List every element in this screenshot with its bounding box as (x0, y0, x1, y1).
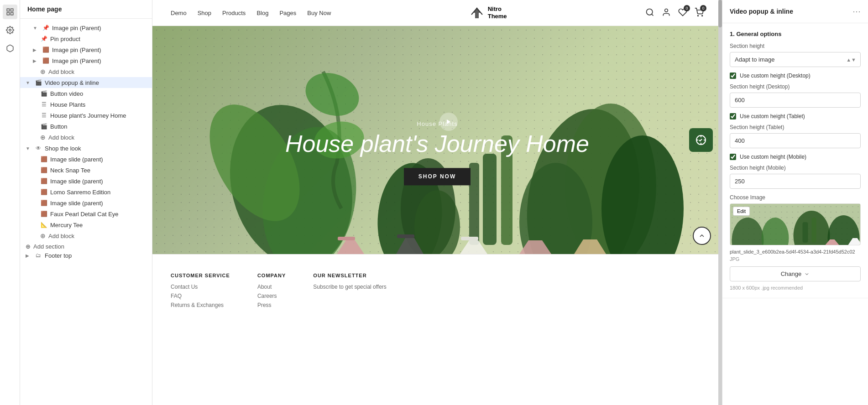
house-plants-journey-icon: ☰ (40, 112, 47, 119)
add-section-btn[interactable]: ⊕ Add section (20, 243, 152, 250)
crosshair-icon (695, 135, 706, 145)
collapse-footer-icon[interactable]: ▶ (26, 253, 32, 258)
website-preview: Demo Shop Products Blog Pages Buy Now Ni… (152, 0, 722, 405)
custom-height-desktop-checkbox[interactable] (730, 73, 736, 79)
custom-height-desktop-label[interactable]: Use custom height (Desktop) (740, 73, 810, 79)
nav-link-pages[interactable]: Pages (279, 10, 296, 16)
neck-snap-icon: 🟫 (40, 166, 47, 174)
collapse-video-icon[interactable]: ▼ (26, 80, 32, 85)
section-height-desktop-input[interactable]: 600 (730, 93, 861, 108)
image-change-btn[interactable]: Change (730, 266, 861, 281)
sidebar-item-image-slide-2[interactable]: 🟫 Image slide (parent) (20, 176, 152, 187)
sidebar-item-mercury-tee[interactable]: 📐 Mercury Tee (20, 219, 152, 230)
panel-title: Video popup & inline (730, 8, 793, 15)
sidebar-item-footer-top[interactable]: ▶ 🗂 Footer top (20, 250, 152, 261)
footer-section: CUSTOMER SERVICE Contact Us FAQ Returns … (152, 254, 722, 329)
sidebar-item-image-slide-3[interactable]: 🟫 Image slide (parent) (20, 197, 152, 208)
add-block-btn-1[interactable]: ⊕ Add block (20, 66, 152, 77)
sidebar-item-image-slide-1[interactable]: 🟫 Image slide (parent) (20, 154, 152, 165)
footer-col1-p1: Contact Us (171, 284, 230, 290)
add-block-btn-3[interactable]: ⊕ Add block (20, 230, 152, 241)
scroll-up-btn[interactable] (693, 227, 711, 245)
section-height-desktop-label: Section height (Desktop) (730, 83, 861, 90)
sidebar-item-image-pin-2[interactable]: ▶ 🟫 Image pin (Parent) (20, 44, 152, 55)
footer-top-icon: 🗂 (35, 252, 42, 259)
sidebar-item-house-plants[interactable]: ☰ House Plants (20, 99, 152, 110)
button-icon: 🎬 (40, 123, 47, 130)
sidebar-title: Home page (20, 0, 152, 19)
sidebar-item-faux-pearl[interactable]: 🟫 Faux Pearl Detail Cat Eye (20, 208, 152, 219)
collapse-icon[interactable]: ▼ (33, 26, 39, 31)
custom-height-mobile-row: Use custom height (Mobile) (730, 154, 861, 160)
image-hint: 1800 x 600px .jpg recommended (730, 285, 861, 291)
nav-link-buynow[interactable]: Buy Now (307, 10, 331, 16)
hero-background: House Plants House plant's Journey Home … (152, 26, 722, 254)
footer-col2-title: COMPANY (257, 273, 286, 278)
sidebar-item-pin-product[interactable]: 📌 Pin product (20, 33, 152, 44)
panel-image-preview: Edit (730, 203, 861, 245)
nav-link-shop[interactable]: Shop (198, 10, 211, 16)
tool-overlay-btn[interactable] (689, 128, 713, 152)
sidebar-item-button-video[interactable]: 🎬 Button video (20, 88, 152, 99)
nav-link-blog[interactable]: Blog (256, 10, 268, 16)
collapse-icon-3[interactable]: ▶ (33, 58, 39, 63)
wishlist-btn[interactable]: 0 (678, 8, 687, 18)
collapse-shop-icon[interactable]: ▼ (26, 146, 32, 151)
svg-rect-26 (461, 237, 478, 240)
svg-rect-25 (397, 234, 414, 238)
cart-btn[interactable]: 0 (695, 8, 704, 18)
plus-icon-1: ⊕ (40, 68, 46, 75)
play-btn[interactable] (439, 113, 458, 131)
custom-height-desktop-row: Use custom height (Desktop) (730, 73, 861, 79)
image-edit-btn[interactable]: Edit (733, 207, 750, 216)
sidebar-item-video-popup[interactable]: ▼ 🎬 Video popup & inline (20, 77, 152, 88)
sidebar-item-lomo[interactable]: 🟫 Lomo Sanremo Edition (20, 187, 152, 197)
account-btn[interactable] (662, 8, 671, 18)
layers-icon-btn[interactable] (3, 5, 17, 19)
faux-pearl-icon: 🟫 (40, 210, 47, 218)
image-filename: plant_slide_3_e600b2ea-5d4f-4534-a3d4-21… (730, 249, 861, 254)
panel-general-options: 1. General options Section height Adapt … (722, 23, 868, 298)
section-height-select[interactable]: Adapt to image Full screen Custom (730, 52, 861, 67)
image-slide-2-icon: 🟫 (40, 177, 47, 185)
panel-more-btn[interactable]: ⋯ (852, 6, 861, 16)
custom-height-tablet-label[interactable]: Use custom height (Tablet) (740, 113, 805, 119)
image-filetype: JPG (730, 256, 861, 262)
footer-newsletter-text: Subscribe to get special offers (313, 284, 387, 290)
icon-bar (0, 0, 20, 405)
preview-scroll-thumb (718, 0, 722, 27)
svg-point-6 (665, 9, 668, 12)
footer-col3-title: OUR NEWSLETTER (313, 273, 387, 278)
svg-rect-3 (10, 13, 13, 15)
sidebar-item-image-pin-3[interactable]: ▶ 🟫 Image pin (Parent) (20, 55, 152, 66)
nav-icons: 0 0 (645, 8, 704, 18)
preview-scrollbar[interactable] (718, 0, 722, 405)
custom-height-mobile-checkbox[interactable] (730, 154, 736, 160)
settings-icon-btn[interactable] (3, 23, 17, 37)
footer-col-newsletter: OUR NEWSLETTER Subscribe to get special … (313, 273, 387, 311)
hero-title: House plant's Journey Home (152, 131, 722, 157)
section-height-label: Section height (730, 43, 861, 49)
custom-height-mobile-label[interactable]: Use custom height (Mobile) (740, 154, 806, 160)
sidebar-item-house-plants-journey[interactable]: ☰ House plant's Journey Home (20, 110, 152, 121)
chevron-down-icon (804, 271, 810, 277)
custom-height-tablet-checkbox[interactable] (730, 113, 736, 119)
sidebar-item-image-pin-1[interactable]: ▼ 📌 Image pin (Parent) (20, 22, 152, 33)
svg-rect-41 (812, 218, 816, 243)
collapse-icon-2[interactable]: ▶ (33, 47, 39, 52)
sidebar: Home page ▼ 📌 Image pin (Parent) 📌 Pin p… (20, 0, 152, 405)
add-block-btn-2[interactable]: ⊕ Add block (20, 132, 152, 143)
section-height-tablet-input[interactable]: 400 (730, 133, 861, 148)
hero-shop-btn[interactable]: SHOP NOW (404, 168, 471, 186)
blocks-icon-btn[interactable] (3, 41, 17, 56)
sidebar-item-neck-snap[interactable]: 🟫 Neck Snap Tee (20, 165, 152, 176)
sidebar-tree: ▼ 📌 Image pin (Parent) 📌 Pin product ▶ 🟫… (20, 19, 152, 405)
sidebar-item-shop-the-look[interactable]: ▼ 👁 Shop the look ✏ (20, 143, 152, 154)
search-btn[interactable] (645, 8, 654, 18)
section-height-mobile-input[interactable]: 250 (730, 174, 861, 189)
footer-col-customer-service: CUSTOMER SERVICE Contact Us FAQ Returns … (171, 273, 230, 311)
custom-height-tablet-row: Use custom height (Tablet) (730, 113, 861, 119)
nav-link-products[interactable]: Products (222, 10, 246, 16)
sidebar-item-button[interactable]: 🎬 Button (20, 121, 152, 132)
nav-link-demo[interactable]: Demo (171, 10, 187, 16)
